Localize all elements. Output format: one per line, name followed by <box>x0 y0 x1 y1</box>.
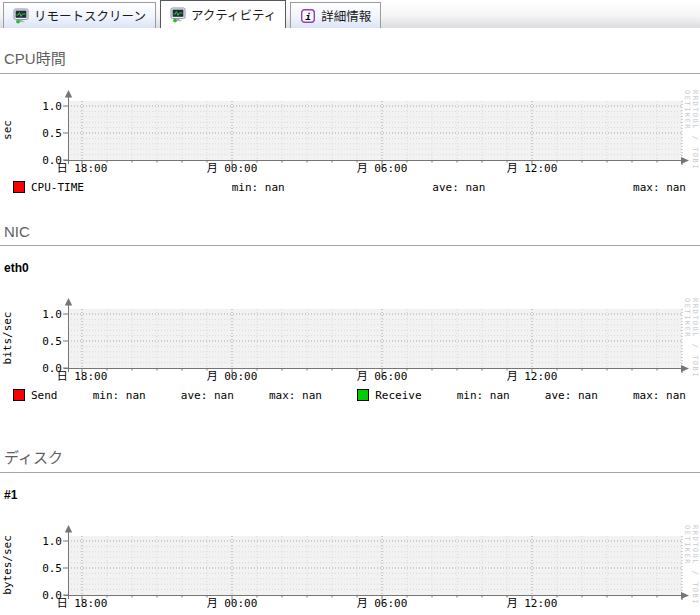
x-tick-label: 月 06:00 <box>357 162 408 174</box>
tab-activity[interactable]: アクティビティ <box>160 0 286 28</box>
legend-max: max: nan <box>633 389 686 402</box>
x-tick-label: 月 12:00 <box>507 597 558 609</box>
x-tick-label: 月 12:00 <box>507 162 558 174</box>
legend-max: max: nan <box>633 181 686 194</box>
legend-series: Send <box>13 389 58 402</box>
y-tick-label: 1.0 <box>42 308 62 321</box>
section-cpu: CPU時間 1.00.50.0日 18:00月 00:00月 06:00月 12… <box>0 45 700 194</box>
x-tick-label: 月 06:00 <box>357 370 408 382</box>
disk-graph-block: 1.00.50.0日 18:00月 00:00月 06:00月 12:00byt… <box>0 523 700 615</box>
legend-series: CPU-TIME <box>13 181 84 194</box>
legend-series-name: Send <box>31 389 58 402</box>
legend-min: min: nan <box>457 389 510 402</box>
x-tick-label: 日 18:00 <box>57 162 108 174</box>
y-tick-label: 1.0 <box>42 100 62 113</box>
section-nic: NIC eth0 1.00.50.0日 18:00月 00:00月 06:00月… <box>0 221 700 402</box>
y-tick-label: 0.5 <box>42 127 62 140</box>
x-tick-label: 月 12:00 <box>507 370 558 382</box>
y-tick-label: 0.5 <box>42 562 62 575</box>
section-disk: ディスク #1 1.00.50.0日 18:00月 00:00月 06:00月 … <box>0 444 700 615</box>
legend-ave: ave: nan <box>545 389 598 402</box>
y-axis-unit-label: bytes/sec <box>1 535 14 595</box>
legend-series-name: CPU-TIME <box>31 181 84 194</box>
nic-graph-block: 1.00.50.0日 18:00月 00:00月 06:00月 12:00bit… <box>0 296 700 402</box>
tab-bar: リモートスクリーン アクティビティ i 詳細情報 <box>0 0 700 28</box>
section-title-disk: ディスク <box>0 444 700 473</box>
legend-max: max: nan <box>269 389 322 402</box>
x-tick-label: 日 18:00 <box>57 370 108 382</box>
graph-subtitle-disk1: #1 <box>4 488 700 502</box>
graph-legend: Sendmin: nanave: nanmax: nanReceivemin: … <box>0 386 700 402</box>
cpu-graph-block: 1.00.50.0日 18:00月 00:00月 06:00月 12:00sec… <box>0 88 700 194</box>
rrd-graph-canvas: 1.00.50.0日 18:00月 00:00月 06:00月 12:00sec <box>0 88 700 174</box>
tab-remote-screen[interactable]: リモートスクリーン <box>3 2 156 28</box>
tab-label-remote-screen: リモートスクリーン <box>34 6 146 25</box>
activity-screen-icon <box>170 7 186 23</box>
rrd-graph-canvas: 1.00.50.0日 18:00月 00:00月 06:00月 12:00bit… <box>0 296 700 382</box>
remote-screen-icon <box>13 8 29 24</box>
x-tick-label: 日 18:00 <box>57 597 108 609</box>
tab-label-details: 詳細情報 <box>321 6 371 25</box>
info-icon: i <box>300 8 316 24</box>
legend-swatch <box>13 389 25 401</box>
section-title-cpu: CPU時間 <box>0 45 700 74</box>
y-tick-label: 0.5 <box>42 335 62 348</box>
tab-details[interactable]: i 詳細情報 <box>290 2 381 28</box>
x-tick-label: 月 00:00 <box>207 370 258 382</box>
rrdtool-watermark: RRDTOOL / TOBI OETIKER <box>683 90 699 194</box>
legend-ave: ave: nan <box>432 181 485 194</box>
svg-text:i: i <box>305 10 311 21</box>
y-axis-unit-label: sec <box>1 120 14 140</box>
graph-subtitle-eth0: eth0 <box>4 261 700 275</box>
legend-series: Receive <box>357 389 421 402</box>
tab-label-activity: アクティビティ <box>191 5 276 24</box>
x-tick-label: 月 06:00 <box>357 597 408 609</box>
rrd-graph-canvas: 1.00.50.0日 18:00月 00:00月 06:00月 12:00byt… <box>0 523 700 609</box>
y-axis-unit-label: bits/sec <box>1 312 14 365</box>
legend-min: min: nan <box>232 181 285 194</box>
legend-ave: ave: nan <box>181 389 234 402</box>
section-title-nic: NIC <box>0 221 700 246</box>
y-tick-label: 1.0 <box>42 535 62 548</box>
legend-series-name: Receive <box>375 389 421 402</box>
x-tick-label: 月 00:00 <box>207 597 258 609</box>
graph-legend: CPU-TIMEmin: nanave: nanmax: nan <box>0 178 700 194</box>
x-tick-label: 月 00:00 <box>207 162 258 174</box>
rrdtool-watermark: RRDTOOL / TOBI OETIKER <box>683 298 699 402</box>
legend-min: min: nan <box>93 389 146 402</box>
legend-swatch <box>357 389 369 401</box>
rrdtool-watermark: RRDTOOL / TOBI OETIKER <box>683 525 699 615</box>
legend-swatch <box>13 181 25 193</box>
